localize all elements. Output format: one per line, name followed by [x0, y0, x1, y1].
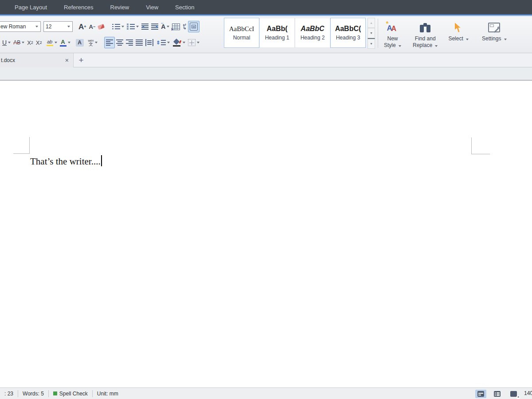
document-page[interactable]: That’s the writer....: [0, 82, 532, 387]
character-scale-button[interactable]: ↔ A: [160, 21, 171, 32]
borders-button[interactable]: [187, 37, 201, 48]
page-view-button[interactable]: [475, 390, 486, 398]
find-replace-label-2: Replace: [413, 42, 438, 49]
gallery-scroll-up-button[interactable]: ▲: [368, 18, 375, 28]
document-tab-bar: t.docx × +: [0, 53, 532, 67]
strikethrough-icon: AB: [13, 39, 20, 46]
decrease-indent-button[interactable]: ◂: [140, 21, 150, 32]
ribbon-separator: [378, 19, 378, 48]
paragraph-layout-button[interactable]: [188, 21, 200, 32]
wrap-arrows-icon: ↵↳: [183, 24, 186, 29]
chevron-down-icon[interactable]: [136, 26, 139, 27]
chevron-down-icon: [466, 39, 469, 40]
style-normal[interactable]: AaBbCcI Normal: [224, 18, 259, 48]
chevron-down-icon[interactable]: [68, 42, 70, 43]
underline-button[interactable]: U: [1, 37, 12, 48]
chevron-down-icon[interactable]: [35, 26, 38, 27]
distribute-button[interactable]: [144, 37, 155, 48]
underline-icon: U: [2, 39, 7, 46]
scale-arrows: ↔: [160, 20, 164, 25]
highlight-button[interactable]: ab: [45, 37, 59, 48]
chevron-down-icon[interactable]: [183, 42, 185, 43]
gallery-scroll: ▲ ▼ ▼: [368, 18, 375, 49]
style-gallery: AaBbCcI Normal AaBb( Heading 1 AaBbC Hea…: [224, 18, 366, 49]
status-spell-check[interactable]: Spell Check: [49, 391, 92, 397]
menu-view[interactable]: View: [146, 4, 158, 11]
superscript-button[interactable]: X2: [26, 37, 35, 48]
style-heading-2[interactable]: AaBbC Heading 2: [295, 18, 330, 48]
new-style-button[interactable]: * A A New Style: [380, 18, 405, 50]
paragraph-layout-icon: [190, 23, 198, 31]
document-tab[interactable]: t.docx ×: [0, 53, 74, 67]
zoom-level-value[interactable]: 140: [524, 390, 532, 396]
chevron-down-icon[interactable]: [22, 42, 24, 43]
strikethrough-button[interactable]: AB: [12, 37, 26, 48]
settings-label: Settings: [482, 35, 507, 42]
style-label: Heading 1: [265, 35, 289, 41]
select-button[interactable]: Select: [445, 18, 472, 43]
new-tab-button[interactable]: +: [74, 54, 88, 66]
status-unit[interactable]: Unit: mm: [93, 391, 123, 397]
align-center-button[interactable]: [115, 37, 125, 48]
close-tab-icon[interactable]: ×: [65, 57, 69, 64]
subscript-button[interactable]: X2: [35, 37, 43, 48]
find-replace-button[interactable]: Find and Replace: [409, 18, 441, 50]
chevron-down-icon[interactable]: [55, 42, 57, 43]
chevron-down-icon[interactable]: [167, 42, 170, 43]
outline-view-button[interactable]: [492, 390, 503, 398]
style-heading-3[interactable]: AaBbC( Heading 3: [330, 18, 366, 48]
eraser-icon: [98, 23, 105, 29]
increase-font-size-button[interactable]: A+: [77, 21, 88, 32]
status-word-count[interactable]: Words: 5: [18, 391, 48, 397]
bullet-list-button[interactable]: [111, 21, 125, 32]
gallery-scroll-down-button[interactable]: ▼: [368, 28, 375, 38]
menu-references[interactable]: References: [64, 4, 93, 11]
read-mode-icon: +: [510, 391, 517, 397]
line-spacing-button[interactable]: ⇕: [155, 37, 171, 48]
menu-review[interactable]: Review: [110, 4, 129, 11]
chevron-down-icon[interactable]: [167, 26, 169, 27]
new-style-label-2: Style: [384, 42, 401, 49]
font-name-combobox[interactable]: ew Roman: [0, 21, 41, 32]
font-size-combobox[interactable]: 12: [43, 21, 73, 32]
font-color-button[interactable]: A: [59, 37, 72, 48]
text-wrap-button[interactable]: ↵↳: [181, 21, 188, 32]
chevron-down-icon[interactable]: [95, 42, 98, 43]
insert-table-button[interactable]: F: [171, 21, 181, 32]
find-replace-label-1: Find and: [415, 35, 436, 42]
font-color-icon: A: [60, 39, 66, 47]
align-left-button[interactable]: [104, 37, 115, 48]
shading-button[interactable]: [171, 37, 187, 48]
increase-indent-button[interactable]: ▸: [150, 21, 160, 32]
gallery-expand-button[interactable]: ▼: [368, 38, 375, 49]
spell-check-status-icon: [53, 391, 57, 395]
menu-page-layout[interactable]: Page Layout: [15, 4, 47, 11]
new-style-label-1: New: [387, 35, 398, 42]
chevron-down-icon[interactable]: [8, 42, 11, 43]
phonetic-guide-button[interactable]: wén 文: [87, 37, 99, 48]
numbered-list-button[interactable]: [125, 21, 140, 32]
align-right-button[interactable]: [125, 37, 134, 48]
chevron-down-icon: [435, 45, 438, 47]
chevron-down-icon[interactable]: [197, 42, 200, 43]
chevron-down-icon[interactable]: [121, 26, 124, 27]
margin-corner-top-left: [13, 137, 30, 154]
page-view-icon: [477, 391, 484, 397]
chevron-down-icon[interactable]: [67, 26, 70, 27]
character-shading-button[interactable]: A: [74, 37, 85, 48]
document-text-line[interactable]: That’s the writer....: [30, 155, 102, 167]
clear-formatting-button[interactable]: [97, 21, 106, 32]
read-mode-button[interactable]: +: [508, 390, 519, 398]
style-heading-1[interactable]: AaBb( Heading 1: [259, 18, 295, 48]
superscript-icon: X: [27, 40, 31, 46]
decrease-font-size-button[interactable]: A−: [88, 21, 97, 32]
increase-indent-icon: ▸: [151, 23, 158, 30]
settings-button[interactable]: Settings: [478, 18, 510, 43]
binoculars-icon: [419, 22, 431, 33]
status-character-count[interactable]: : 23: [0, 391, 18, 397]
table-icon: F: [172, 23, 180, 30]
decrease-indent-icon: ◂: [141, 23, 149, 30]
justify-button[interactable]: [134, 37, 144, 48]
menu-section[interactable]: Section: [175, 4, 194, 11]
margin-corner-top-right: [471, 137, 490, 154]
